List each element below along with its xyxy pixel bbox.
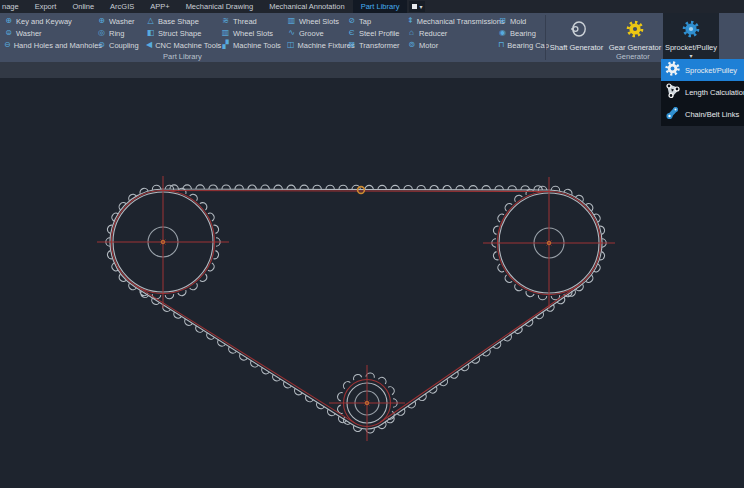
shaft-generator-button[interactable]: Shaft Generator: [546, 13, 607, 62]
ribbon-item-machine-fixtures[interactable]: ◫Machine Fixtures: [287, 39, 347, 51]
application-window: nage Export Online ArcGIS APP+ Mechanica…: [0, 0, 744, 488]
menu-tab-manage[interactable]: nage: [0, 0, 27, 13]
thread-icon: ≋: [221, 17, 230, 25]
washer-icon: ⊕: [97, 17, 106, 25]
chevron-down-icon: ▾: [419, 4, 422, 10]
washer-icon: ⊜: [4, 29, 13, 37]
menu-tab-arcgis[interactable]: ArcGIS: [102, 0, 142, 13]
menu-tab-mechanical-annotation[interactable]: Mechanical Annotation: [261, 0, 352, 13]
transformer-icon: ⊠: [347, 41, 356, 49]
ribbon: ⊕Key and Keyway ⊜Washer ⊖Hand Holes and …: [0, 13, 744, 62]
chain-drive-drawing[interactable]: [0, 78, 744, 488]
menu-tab-mechanical-drawing[interactable]: Mechanical Drawing: [178, 0, 262, 13]
wheel-slots-icon: ▥: [287, 17, 296, 25]
machine-fixtures-icon: ◫: [287, 41, 295, 49]
document-bar: [0, 62, 744, 78]
ribbon-item-wheel-slots-2[interactable]: ▥Wheel Slots: [287, 15, 347, 27]
dropdown-item-length-calculation[interactable]: Length Calculation: [661, 81, 744, 103]
ribbon-item-mechanical-transmissions[interactable]: ⇞Mechanical Transmissions: [407, 15, 498, 27]
chain-belt-links-icon: [664, 104, 681, 125]
sprocket-pulley-icon: [681, 18, 701, 40]
gear-generator-icon: [625, 18, 645, 40]
menu-tab-app-plus[interactable]: APP+: [142, 0, 177, 13]
motor-icon: ⊚: [407, 41, 416, 49]
sprocket-gear-icon: [664, 60, 681, 81]
ribbon-state-icon: [412, 4, 417, 9]
ring-icon: ◎: [97, 29, 106, 37]
sprocket-pulley-button[interactable]: Sprocket/Pulley ▾: [663, 13, 719, 59]
ribbon-item-washer[interactable]: ⊜Washer: [4, 27, 97, 39]
ribbon-item-base-shape[interactable]: △Base Shape: [146, 15, 221, 27]
bearing-icon: ◉: [498, 29, 507, 37]
reducer-icon: ⌂: [407, 29, 416, 37]
menu-bar: nage Export Online ArcGIS APP+ Mechanica…: [0, 0, 744, 13]
hand-holes-icon: ⊖: [4, 41, 11, 49]
part-library-panel: ⊕Key and Keyway ⊜Washer ⊖Hand Holes and …: [0, 13, 545, 62]
chain-outline[interactable]: [110, 189, 602, 429]
groove-icon: ∿: [287, 29, 296, 37]
ribbon-item-steel-profile[interactable]: ЄSteel Profile: [347, 27, 407, 39]
wheel-slots-icon: ▥: [221, 29, 230, 37]
ribbon-item-machine-tools[interactable]: ▞Machine Tools: [221, 39, 287, 51]
bearing-cap-icon: ⊓: [498, 41, 504, 49]
length-calculation-icon: [664, 82, 681, 103]
ribbon-item-reducer[interactable]: ⌂Reducer: [407, 27, 498, 39]
ribbon-item-struct-shape[interactable]: ◧Struct Shape: [146, 27, 221, 39]
dropdown-item-sprocket-pulley[interactable]: Sprocket/Pulley: [661, 59, 744, 81]
ribbon-item-key-and-keyway[interactable]: ⊕Key and Keyway: [4, 15, 97, 27]
ribbon-options-button[interactable]: ▾: [409, 1, 425, 12]
chain-teeth[interactable]: [106, 185, 606, 433]
generator-group-label: Generator: [616, 52, 650, 61]
menu-tab-part-library[interactable]: Part Library: [353, 0, 408, 13]
ribbon-item-groove[interactable]: ∿Groove: [287, 27, 347, 39]
machine-tools-icon: ▞: [221, 41, 230, 49]
chain-pitch-line[interactable]: [136, 286, 355, 423]
ribbon-item-bearing-cap[interactable]: ⊓Bearing Cap: [498, 39, 545, 51]
ribbon-item-hand-holes-and-manholes[interactable]: ⊖Hand Holes and Manholes: [4, 39, 97, 51]
ribbon-item-thread[interactable]: ≋Thread: [221, 15, 287, 27]
ribbon-item-transformer[interactable]: ⊠Transformer: [347, 39, 407, 51]
ribbon-item-wheel-slots[interactable]: ▥Wheel Slots: [221, 27, 287, 39]
drawing-area[interactable]: [0, 78, 744, 488]
tap-icon: ⊘: [347, 17, 356, 25]
mold-icon: ⊞: [498, 17, 507, 25]
coupling-icon: ⊜: [97, 41, 106, 49]
generator-panel: Shaft Generator Gear Generator: [546, 13, 744, 62]
ribbon-item-ring[interactable]: ◎Ring: [97, 27, 146, 39]
part-library-group-label: Part Library: [163, 52, 202, 61]
menu-tab-export[interactable]: Export: [27, 0, 65, 13]
sprocket-pulley-dropdown: Sprocket/Pulley Length Calculation: [661, 59, 744, 126]
ribbon-item-mold[interactable]: ⊞Mold: [498, 15, 545, 27]
chain-pitch-line[interactable]: [163, 191, 549, 192]
ribbon-item-washer-2[interactable]: ⊕Washer: [97, 15, 146, 27]
ribbon-item-coupling[interactable]: ⊜Coupling: [97, 39, 146, 51]
mechanical-transmissions-icon: ⇞: [407, 17, 414, 25]
ribbon-item-tap[interactable]: ⊘Tap: [347, 15, 407, 27]
ribbon-item-bearing[interactable]: ◉Bearing: [498, 27, 545, 39]
shaft-generator-icon: [566, 18, 588, 40]
ribbon-item-motor[interactable]: ⊚Motor: [407, 39, 498, 51]
ribbon-item-cnc-machine-tools[interactable]: ◀CNC Machine Tools: [146, 39, 221, 51]
key-and-keyway-icon: ⊕: [4, 17, 13, 25]
menu-tab-online[interactable]: Online: [64, 0, 102, 13]
dropdown-item-chain-belt-links[interactable]: Chain/Belt Links: [661, 103, 744, 125]
cnc-machine-tools-icon: ◀: [146, 41, 152, 49]
base-shape-icon: △: [146, 17, 155, 25]
struct-shape-icon: ◧: [146, 29, 155, 37]
steel-profile-icon: Є: [347, 29, 356, 37]
